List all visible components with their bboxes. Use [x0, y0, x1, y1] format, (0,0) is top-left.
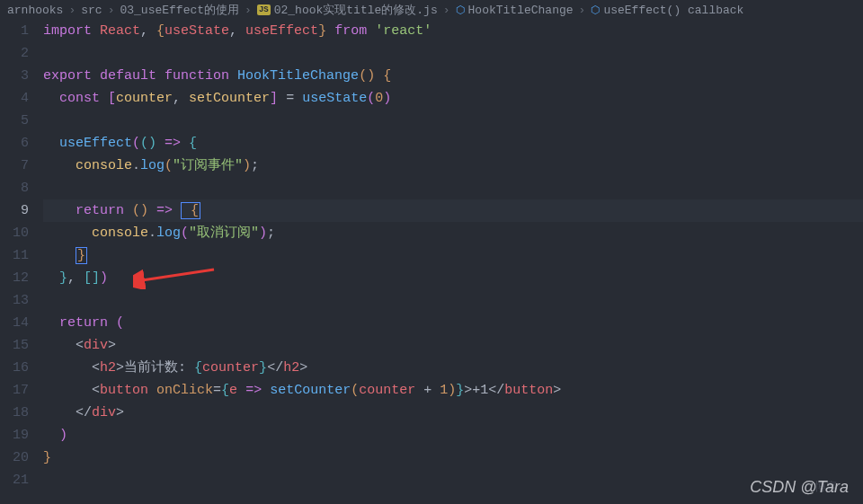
line-number: 18 [0, 402, 29, 424]
code-line[interactable]: const [counter, setCounter] = useState(0… [43, 87, 863, 110]
breadcrumb-item[interactable]: ⬡HookTitleChange [456, 4, 574, 17]
chevron-right-icon: › [108, 4, 115, 17]
code-line[interactable]: import React, {useState, useEffect} from… [43, 20, 863, 42]
line-number: 15 [0, 334, 29, 357]
code-line[interactable]: } [43, 244, 863, 267]
symbol-icon: ⬡ [456, 4, 465, 17]
code-line[interactable]: }, []) [43, 267, 863, 289]
breadcrumb-item[interactable]: arnhooks [7, 4, 63, 17]
line-number: 21 [0, 469, 29, 491]
line-number: 10 [0, 222, 29, 244]
line-number: 9 [0, 199, 29, 222]
code-editor[interactable]: 1 2 3 4 5 6 7 8 9 10 11 12 13 14 15 16 1… [0, 20, 863, 504]
line-number: 20 [0, 447, 29, 469]
line-number: 16 [0, 357, 29, 379]
line-number: 6 [0, 132, 29, 155]
symbol-icon: ⬡ [591, 4, 600, 17]
line-number: 2 [0, 42, 29, 65]
breadcrumb[interactable]: arnhooks › src › 03_useEffect的使用 › JS02_… [0, 0, 863, 20]
code-line[interactable]: <button onClick={e => setCounter(counter… [43, 379, 863, 402]
line-number: 17 [0, 379, 29, 402]
line-number: 1 [0, 20, 29, 42]
line-number: 19 [0, 424, 29, 447]
code-line[interactable]: </div> [43, 402, 863, 424]
code-line[interactable] [43, 469, 863, 491]
chevron-right-icon: › [579, 4, 586, 17]
line-number-gutter: 1 2 3 4 5 6 7 8 9 10 11 12 13 14 15 16 1… [0, 20, 43, 504]
breadcrumb-item[interactable]: ⬡useEffect() callback [591, 4, 743, 17]
line-number: 8 [0, 177, 29, 199]
code-line[interactable]: ) [43, 424, 863, 447]
code-line[interactable] [43, 110, 863, 132]
code-line[interactable]: export default function HookTitleChange(… [43, 65, 863, 87]
code-line[interactable]: } [43, 447, 863, 469]
code-content[interactable]: import React, {useState, useEffect} from… [43, 20, 863, 504]
chevron-right-icon: › [68, 4, 76, 17]
js-file-icon: JS [257, 4, 271, 15]
code-line[interactable] [43, 42, 863, 65]
breadcrumb-item[interactable]: src [81, 4, 102, 17]
line-number: 7 [0, 155, 29, 177]
line-number: 13 [0, 289, 29, 312]
line-number: 12 [0, 267, 29, 289]
line-number: 14 [0, 312, 29, 334]
watermark: CSDN @Tara [750, 478, 849, 497]
code-line[interactable] [43, 289, 863, 312]
code-line[interactable] [43, 177, 863, 199]
code-line[interactable]: <h2>当前计数: {counter}</h2> [43, 357, 863, 379]
line-number: 5 [0, 110, 29, 132]
code-line[interactable]: <div> [43, 334, 863, 357]
chevron-right-icon: › [443, 4, 450, 17]
chevron-right-icon: › [245, 4, 252, 17]
line-number: 11 [0, 244, 29, 267]
code-line[interactable]: return () => { [43, 199, 863, 222]
code-line[interactable]: return ( [43, 312, 863, 334]
breadcrumb-item[interactable]: 03_useEffect的使用 [120, 2, 239, 18]
code-line[interactable]: console.log("订阅事件"); [43, 155, 863, 177]
breadcrumb-item[interactable]: JS02_hook实现title的修改.js [257, 2, 438, 18]
line-number: 3 [0, 65, 29, 87]
code-line[interactable]: useEffect(() => { [43, 132, 863, 155]
code-line[interactable]: console.log("取消订阅"); [43, 222, 863, 244]
line-number: 4 [0, 87, 29, 110]
